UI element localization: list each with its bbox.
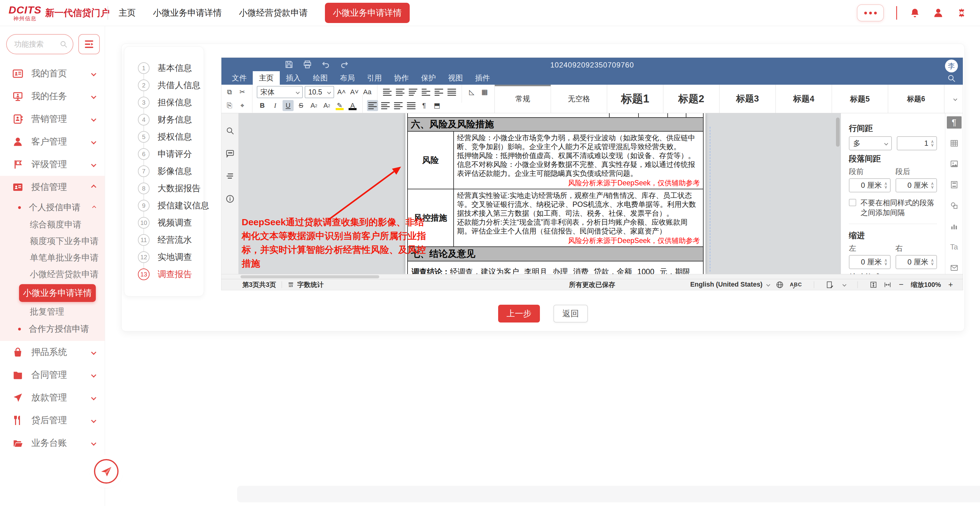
align-left-icon[interactable] [367,100,378,111]
editor-tab-引用[interactable]: 引用 [361,71,388,85]
clear-format-icon[interactable]: ◺ [466,87,477,98]
step-5[interactable]: 5授权信息 [138,128,204,146]
step-7[interactable]: 7影像信息 [138,163,204,180]
edit-mode-icon[interactable] [826,281,834,289]
brand-logo[interactable]: DCITS 神州信息 新一代信贷门户 [0,4,101,22]
step-8[interactable]: 8大数据报告 [138,180,204,197]
top-tab-2[interactable]: 小微经营贷款申请 [239,7,308,19]
step-4[interactable]: 4财务信息 [138,111,204,128]
subscript-icon[interactable]: A2 [321,100,332,111]
style-标题5[interactable]: 标题5 [832,85,888,113]
save-icon[interactable] [285,60,294,69]
underline-icon[interactable]: U [283,100,294,111]
bold-icon[interactable]: B [257,100,268,111]
editor-tab-文件[interactable]: 文件 [226,71,253,85]
style-gallery-more[interactable] [944,85,963,113]
edit-mode-dropdown[interactable] [842,282,846,287]
zoom-out-button[interactable]: − [898,280,905,289]
previous-step-button[interactable]: 上一步 [498,305,540,322]
step-1[interactable]: 1基本信息 [138,60,204,77]
shading-icon[interactable]: ▦ [479,87,490,98]
style-无空格[interactable]: 无空格 [551,85,607,113]
line-spacing-value[interactable]: 1∧∨ [897,136,937,151]
editor-search-icon[interactable] [947,74,956,83]
mail-merge-panel-tab[interactable] [947,262,962,274]
strikethrough-icon[interactable]: S [296,100,307,111]
style-标题2[interactable]: 标题2 [663,85,719,113]
font-color-icon[interactable]: A [347,100,358,111]
globe-icon[interactable] [776,281,784,289]
highlight-icon[interactable]: ✎ [334,100,345,111]
sidebar-item-我的任务[interactable]: 我的任务 [0,85,105,108]
justify-icon[interactable] [406,100,417,111]
info-icon[interactable] [226,194,235,203]
cut-icon[interactable]: ✂ [237,87,248,98]
paragraph-mark-icon[interactable]: ¶ [418,100,430,111]
decrease-indent-icon[interactable] [420,87,431,98]
indent-right-input[interactable]: 0 厘米∧∨ [896,255,937,269]
image-panel-tab[interactable] [947,158,962,170]
sidebar-item-押品系统[interactable]: 押品系统 [0,341,105,363]
find-icon[interactable] [226,126,235,135]
fill-color-icon[interactable]: ⬒ [431,100,442,111]
print-icon[interactable] [303,60,312,69]
top-tab-1[interactable]: 小微业务申请详情 [153,7,222,19]
sidebar-subitem-个人授信申请[interactable]: 个人授信申请 [0,198,105,216]
sidebar-item-业务台账[interactable]: 业务台账 [0,432,105,454]
italic-icon[interactable]: I [270,100,281,111]
menu-collapse-button[interactable] [78,34,100,54]
same-style-checkbox[interactable]: 不要在相同样式的段落之间添加间隔 [849,198,937,217]
horizontal-scrollbar[interactable] [221,274,963,279]
outline-icon[interactable] [226,171,235,181]
editor-tab-保护[interactable]: 保护 [415,71,442,85]
sidebar-subitem-合作方授信申请[interactable]: 合作方授信申请 [0,320,105,338]
editor-tab-协作[interactable]: 协作 [388,71,415,85]
top-tab-3[interactable]: 小微业务申请详情 [325,3,410,23]
line-spacing-icon[interactable] [446,87,457,98]
paste-icon[interactable]: ⎘ [224,100,235,111]
redo-icon[interactable] [340,60,349,69]
editor-tab-主页[interactable]: 主页 [253,71,280,85]
back-button[interactable]: 返回 [554,305,588,322]
top-tab-0[interactable]: 主页 [119,7,136,19]
select-icon[interactable]: ⌖ [237,100,248,111]
text-art-panel-tab[interactable]: Ta [947,241,962,254]
indent-left-input[interactable]: 0 厘米∧∨ [849,255,891,269]
sidebar-item-放款管理[interactable]: 放款管理 [0,386,105,409]
sidebar-item-授信管理[interactable]: 授信管理 [0,176,105,198]
zoom-in-button[interactable]: + [947,280,954,289]
editor-tab-布局[interactable]: 布局 [334,71,361,85]
step-10[interactable]: 10视频调查 [138,214,204,232]
sidebar-leaf-额度项下业务申请[interactable]: 额度项下业务申请 [0,233,105,249]
numbered-list-icon[interactable] [395,87,406,98]
undo-icon[interactable] [321,60,331,69]
sidebar-leaf-单笔单批业务申请[interactable]: 单笔单批业务申请 [0,249,105,266]
floating-send-button[interactable] [94,459,119,484]
step-13[interactable]: 13调查报告 [138,266,204,283]
spellcheck-icon[interactable]: ABC [790,282,802,288]
sidebar-item-合同管理[interactable]: 合同管理 [0,363,105,386]
spacing-after-input[interactable]: 0 厘米∧∨ [896,178,937,192]
sidebar-item-贷后管理[interactable]: 贷后管理 [0,409,105,432]
style-标题3[interactable]: 标题3 [719,85,776,113]
font-name-select[interactable]: 宋体 [257,86,303,98]
more-actions-button[interactable] [857,4,884,22]
editor-tab-绘图[interactable]: 绘图 [307,71,334,85]
change-case-icon[interactable]: Aa [362,87,373,98]
style-标题4[interactable]: 标题4 [776,85,832,113]
document-page[interactable]: 六、风险及风险措施 风险经营风险：小微企业市场竞争力弱，易受行业波动（如政策变化… [406,113,705,274]
step-12[interactable]: 12实地调查 [138,249,204,266]
sidebar-item-评级管理[interactable]: 评级管理 [0,153,105,176]
decrease-font-icon[interactable]: A˅ [349,87,360,98]
align-right-icon[interactable] [393,100,404,111]
editor-tab-视图[interactable]: 视图 [442,71,469,85]
step-9[interactable]: 9授信建议信息 [138,197,204,214]
editor-tab-插件[interactable]: 插件 [469,71,496,85]
font-size-select[interactable]: 10.5 [305,86,334,98]
fit-page-icon[interactable] [869,281,877,289]
chart-panel-tab[interactable] [947,220,962,233]
align-center-icon[interactable] [380,100,391,111]
shapes-panel-tab[interactable] [947,200,962,212]
increase-indent-icon[interactable] [433,87,444,98]
editor-tab-插入[interactable]: 插入 [280,71,307,85]
